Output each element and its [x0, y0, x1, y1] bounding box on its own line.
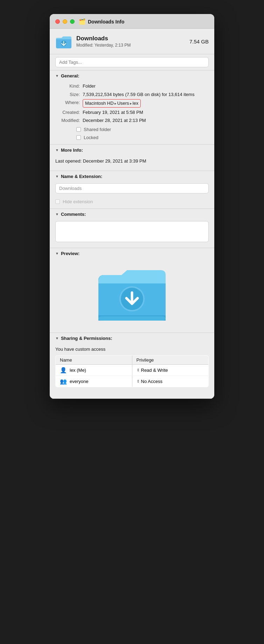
name-extension-header[interactable]: ▼ Name & Extension:: [50, 171, 214, 182]
preview-section: ▼ Preview:: [50, 248, 214, 333]
traffic-lights: [55, 19, 75, 24]
perm-priv-everyone-label: No Access: [141, 379, 162, 384]
perm-name-lex: 👤 lex (Me): [56, 365, 132, 376]
folder-icon-small: [55, 33, 72, 50]
comments-title: Comments:: [61, 212, 86, 217]
last-opened-row: Last opened: December 29, 2021 at 3:39 P…: [55, 157, 209, 166]
name-extension-chevron-icon: ▼: [55, 174, 59, 178]
perm-priv-lex: ⇕ Read & Write: [132, 365, 209, 375]
sharing-header[interactable]: ▼ Sharing & Permissions:: [50, 333, 214, 344]
file-modified: Modified: Yesterday, 2:13 PM: [76, 43, 131, 48]
general-section-content: Kind: Folder Size: 7,539,212,534 bytes (…: [50, 81, 214, 144]
sharing-content: You have custom access Name Privilege 👤 …: [50, 344, 214, 398]
user-icon: 👤: [60, 367, 67, 374]
modified-label: Modified:: [55, 117, 80, 124]
sharing-chevron-icon: ▼: [55, 336, 59, 340]
where-part-1: Macintosh HD: [85, 100, 114, 107]
locked-checkbox[interactable]: [76, 135, 81, 140]
hide-extension-row: Hide extension: [55, 199, 209, 204]
locked-row: Locked: [76, 135, 209, 140]
general-section-title: General:: [61, 73, 79, 78]
kind-value: Folder: [83, 83, 96, 90]
perm-name-lex-label: lex (Me): [70, 368, 86, 373]
size-row: Size: 7,539,212,534 bytes (7.59 GB on di…: [55, 91, 209, 98]
close-button[interactable]: [55, 19, 60, 24]
tags-input[interactable]: [55, 57, 209, 67]
general-section: ▼ General: Kind: Folder Size: 7,539,212,…: [50, 70, 214, 145]
sharing-access-note: You have custom access: [55, 345, 209, 355]
name-extension-content: Hide extension: [50, 182, 214, 208]
modified-row: Modified: December 28, 2021 at 2:13 PM: [55, 117, 209, 124]
name-extension-section: ▼ Name & Extension: Hide extension: [50, 171, 214, 209]
more-info-chevron-icon: ▼: [55, 148, 59, 152]
svg-rect-9: [98, 316, 166, 321]
where-part-2: Users: [117, 100, 129, 107]
permissions-table-header: Name Privilege: [56, 356, 208, 365]
more-info-content: Last opened: December 29, 2021 at 3:39 P…: [50, 156, 214, 171]
general-section-header[interactable]: ▼ General:: [50, 70, 214, 81]
preview-header[interactable]: ▼ Preview:: [50, 248, 214, 259]
more-info-section: ▼ More Info: Last opened: December 29, 2…: [50, 145, 214, 171]
sharing-section: ▼ Sharing & Permissions: You have custom…: [50, 333, 214, 399]
shared-folder-row: Shared folder: [76, 127, 209, 132]
file-header-left: Downloads Modified: Yesterday, 2:13 PM: [55, 33, 131, 50]
minimize-button[interactable]: [63, 19, 67, 24]
kind-label: Kind:: [55, 83, 80, 90]
comments-textarea[interactable]: [55, 221, 209, 242]
where-arrow-2: ▸: [130, 101, 132, 107]
hide-extension-label: Hide extension: [63, 199, 93, 204]
created-label: Created:: [55, 109, 80, 116]
title-bar: 🗂️ Downloads Info: [50, 14, 214, 29]
permissions-table: Name Privilege 👤 lex (Me) ⇕ Read & Write: [55, 355, 209, 387]
more-info-header[interactable]: ▼ More Info:: [50, 145, 214, 156]
last-opened-value: December 29, 2021 at 3:39 PM: [83, 158, 146, 164]
where-label: Where:: [55, 99, 80, 108]
zoom-button[interactable]: [70, 19, 75, 24]
where-arrow-1: ▸: [114, 101, 117, 107]
window-title: Downloads Info: [88, 19, 124, 25]
info-window: 🗂️ Downloads Info Downloads Modified: Ye…: [50, 14, 214, 399]
tags-section: [50, 54, 214, 70]
sharing-title: Sharing & Permissions:: [61, 336, 112, 341]
created-value: February 19, 2021 at 5:58 PM: [83, 109, 143, 116]
comments-header[interactable]: ▼ Comments:: [50, 209, 214, 220]
where-row: Where: Macintosh HD ▸ Users ▸ lex: [55, 99, 209, 108]
group-icon: 👥: [60, 378, 67, 385]
modified-value: December 28, 2021 at 2:13 PM: [83, 117, 146, 124]
preview-chevron-icon: ▼: [55, 252, 59, 255]
file-size: 7.54 GB: [189, 39, 209, 44]
created-row: Created: February 19, 2021 at 5:58 PM: [55, 109, 209, 116]
priv-arrows-everyone: ⇕: [137, 379, 140, 384]
title-icon: 🗂️: [79, 18, 86, 25]
locked-label: Locked: [84, 135, 98, 140]
name-extension-title: Name & Extension:: [61, 174, 102, 179]
perm-row-everyone: 👥 everyone ⇕ No Access: [56, 376, 208, 387]
where-part-3: lex: [133, 100, 139, 107]
shared-folder-checkbox[interactable]: [76, 127, 81, 132]
kind-row: Kind: Folder: [55, 83, 209, 90]
comments-content: [50, 220, 214, 248]
perm-row-lex: 👤 lex (Me) ⇕ Read & Write: [56, 365, 208, 376]
col-name-header: Name: [56, 356, 132, 364]
perm-name-everyone-label: everyone: [70, 379, 88, 384]
comments-chevron-icon: ▼: [55, 212, 59, 216]
last-opened-label: Last opened:: [55, 158, 82, 164]
preview-title: Preview:: [61, 251, 79, 256]
name-field[interactable]: [55, 183, 209, 193]
perm-priv-lex-label: Read & Write: [141, 368, 168, 373]
priv-arrows-lex: ⇕: [137, 368, 140, 372]
file-name: Downloads: [76, 35, 131, 42]
more-info-title: More Info:: [61, 148, 83, 153]
file-info: Downloads Modified: Yesterday, 2:13 PM: [76, 35, 131, 48]
comments-section: ▼ Comments:: [50, 209, 214, 248]
preview-content: [50, 259, 214, 333]
size-label: Size:: [55, 91, 80, 98]
shared-folder-label: Shared folder: [84, 127, 111, 132]
folder-large-icon: [97, 265, 167, 324]
perm-name-everyone: 👥 everyone: [56, 376, 132, 387]
file-header: Downloads Modified: Yesterday, 2:13 PM 7…: [50, 29, 214, 54]
where-value: Macintosh HD ▸ Users ▸ lex: [83, 99, 141, 108]
hide-extension-checkbox[interactable]: [55, 199, 60, 204]
col-privilege-header: Privilege: [132, 356, 209, 364]
general-chevron-icon: ▼: [55, 74, 59, 78]
